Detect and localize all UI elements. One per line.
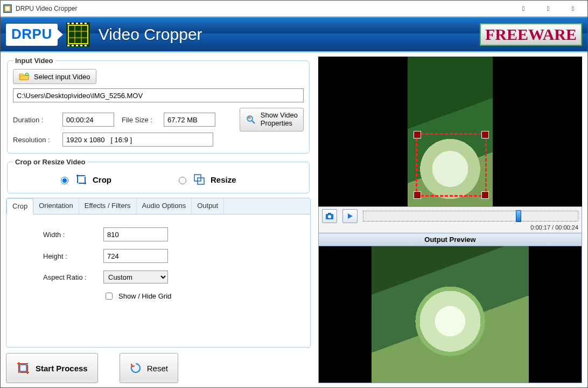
width-label: Width : <box>22 231 97 239</box>
svg-rect-25 <box>20 365 26 371</box>
show-grid-label: Show / Hide Grid <box>118 292 171 300</box>
crop-icon <box>75 174 87 185</box>
crop-handle-br[interactable] <box>481 191 489 199</box>
brand: DRPU Video Cropper <box>6 21 202 48</box>
crop-label: Crop <box>93 175 111 184</box>
svg-rect-9 <box>67 23 69 24</box>
action-bar: Start Process Reset <box>6 353 311 383</box>
svg-rect-11 <box>76 23 78 24</box>
body: Input Video Select input Video Duration … <box>1 52 587 387</box>
duration-label: Duration : <box>13 116 58 124</box>
show-video-properties-button[interactable]: Show VideoProperties <box>240 108 304 131</box>
resize-radio-option[interactable]: Resize <box>176 174 236 185</box>
drpu-logo: DRPU <box>6 24 58 46</box>
show-video-properties-label: Show VideoProperties <box>261 112 298 128</box>
app-title: Video Cropper <box>99 25 202 44</box>
aspect-label: Aspect Ratio : <box>22 273 97 281</box>
resize-radio[interactable] <box>179 177 186 184</box>
crop-resize-group: Crop or Resize Video Crop <box>7 158 310 193</box>
tab-audio[interactable]: Audio Options <box>137 198 192 214</box>
film-icon <box>63 21 93 48</box>
svg-rect-18 <box>85 45 87 46</box>
svg-rect-14 <box>67 45 69 46</box>
window-title: DRPU Video Cropper <box>16 5 511 12</box>
seek-head[interactable] <box>516 210 521 222</box>
app-icon <box>3 4 12 13</box>
reset-button[interactable]: Reset <box>120 353 178 383</box>
app-window: DRPU Video Cropper    DRPU Video Crop… <box>0 0 588 388</box>
svg-rect-16 <box>76 45 78 46</box>
maximize-button[interactable]:  <box>536 1 561 16</box>
svg-line-21 <box>252 121 255 123</box>
crop-handle-tr[interactable] <box>481 131 489 138</box>
svg-rect-17 <box>80 45 82 46</box>
input-path-field[interactable] <box>13 88 304 102</box>
tab-crop[interactable]: Crop <box>6 198 33 214</box>
show-grid-checkbox[interactable]: Show / Hide Grid <box>103 291 171 301</box>
svg-rect-2 <box>5 6 10 11</box>
output-preview-title: Output Preview <box>318 233 582 246</box>
play-icon <box>346 212 354 220</box>
crop-radio-option[interactable]: Crop <box>58 174 111 185</box>
crop-radio[interactable] <box>61 177 68 184</box>
camera-icon <box>325 212 334 220</box>
resize-label: Resize <box>211 175 236 184</box>
snapshot-button[interactable] <box>322 209 337 223</box>
play-button[interactable] <box>342 209 358 223</box>
resize-icon <box>193 174 205 185</box>
filesize-label: File Size : <box>122 116 159 124</box>
close-button[interactable]:  <box>561 1 585 16</box>
input-video-legend: Input Video <box>13 57 55 65</box>
minimize-button[interactable]:  <box>511 1 536 16</box>
select-input-button[interactable]: Select input Video <box>13 69 96 84</box>
select-input-label: Select input Video <box>34 73 90 81</box>
svg-rect-27 <box>328 213 331 214</box>
left-column: Input Video Select input Video Duration … <box>6 57 311 383</box>
tab-effects[interactable]: Effects / Filters <box>79 198 137 214</box>
height-label: Height : <box>22 252 97 260</box>
freeware-badge: FREEWARE <box>480 23 582 46</box>
svg-rect-13 <box>85 23 87 24</box>
timeline-bar: 0:00:17 / 00:00:24 <box>318 206 582 233</box>
timeline-time: 0:00:17 / 00:00:24 <box>322 223 578 231</box>
start-process-label: Start Process <box>36 364 88 373</box>
resolution-label: Resolution : <box>13 136 58 144</box>
crop-resize-legend: Crop or Resize Video <box>13 158 88 166</box>
show-grid-input[interactable] <box>106 293 113 300</box>
svg-rect-12 <box>80 23 82 24</box>
crop-handle-bl[interactable] <box>414 191 421 199</box>
aspect-select[interactable]: Custom <box>103 271 168 283</box>
options-tabs: Crop Orientation Effects / Filters Audio… <box>6 198 311 348</box>
reset-label: Reset <box>147 364 168 373</box>
svg-rect-15 <box>72 45 74 46</box>
width-input[interactable] <box>103 227 168 241</box>
filesize-field <box>164 113 215 127</box>
input-video-group: Input Video Select input Video Duration … <box>7 57 310 154</box>
crop-handle-tl[interactable] <box>414 131 421 138</box>
tab-orientation[interactable]: Orientation <box>33 198 79 214</box>
reset-icon <box>130 362 142 374</box>
output-preview <box>318 246 582 383</box>
tab-header: Crop Orientation Effects / Filters Audio… <box>6 198 310 214</box>
magnifier-icon <box>246 114 256 125</box>
right-column: 0:00:17 / 00:00:24 Output Preview <box>318 57 582 383</box>
svg-rect-22 <box>248 117 250 119</box>
crop-action-icon <box>16 361 30 375</box>
input-preview[interactable] <box>318 57 582 206</box>
crop-panel: Width : Height : Aspect Ratio : Custom <box>6 214 310 347</box>
output-image <box>372 246 529 383</box>
crop-rectangle[interactable] <box>416 133 487 197</box>
svg-point-28 <box>328 215 331 218</box>
folder-open-icon <box>19 72 30 81</box>
duration-field <box>62 113 114 127</box>
resolution-field <box>62 133 213 147</box>
seek-bar[interactable] <box>363 211 578 221</box>
app-header: DRPU Video Cropper FREEWARE <box>1 17 587 52</box>
titlebar: DRPU Video Cropper    <box>1 1 587 17</box>
svg-rect-10 <box>72 23 74 24</box>
start-process-button[interactable]: Start Process <box>6 353 98 383</box>
height-input[interactable] <box>103 249 168 263</box>
tab-output[interactable]: Output <box>192 198 224 214</box>
